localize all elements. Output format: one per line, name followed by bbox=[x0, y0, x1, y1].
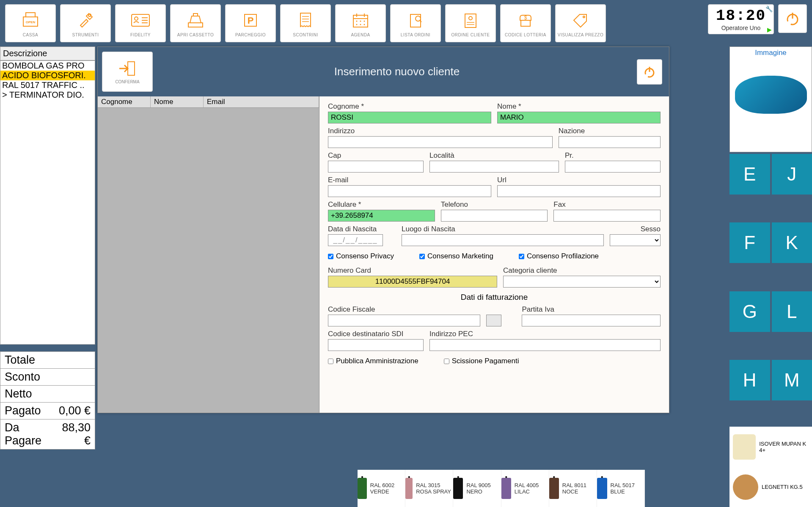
svg-text:P: P bbox=[248, 15, 254, 26]
svg-rect-39 bbox=[128, 62, 135, 75]
scissione-pagamenti-checkbox[interactable]: Scissione Pagamenti bbox=[444, 357, 519, 365]
confirm-exit-icon bbox=[117, 59, 138, 78]
totals-row: Totale bbox=[0, 352, 95, 369]
svg-rect-10 bbox=[193, 14, 198, 16]
parcheggio-button[interactable]: P PARCHEGGIO bbox=[225, 4, 276, 42]
provincia-input[interactable] bbox=[565, 161, 661, 173]
letter-button[interactable]: H bbox=[729, 360, 770, 400]
letter-button[interactable]: K bbox=[772, 222, 812, 263]
localita-input[interactable] bbox=[429, 161, 559, 173]
pubblica-amministrazione-checkbox[interactable]: Pubblica Amministrazione bbox=[328, 357, 418, 365]
nazione-input[interactable] bbox=[559, 136, 661, 148]
svg-point-36 bbox=[583, 16, 585, 18]
list-item[interactable]: ACIDO BIOFOSFORI. bbox=[0, 71, 95, 80]
cellulare-input[interactable] bbox=[328, 210, 435, 222]
totals-row: Netto bbox=[0, 386, 95, 403]
letter-button[interactable]: F bbox=[729, 222, 770, 263]
sesso-select[interactable] bbox=[610, 234, 661, 246]
nome-input[interactable] bbox=[497, 112, 661, 123]
list-item[interactable]: BOMBOLA GAS PRO bbox=[0, 61, 95, 71]
fax-input[interactable] bbox=[553, 210, 661, 222]
product-tile[interactable]: RAL 8011 NOCE bbox=[549, 470, 597, 507]
svg-point-31 bbox=[469, 16, 472, 20]
cassa-icon: OPEN bbox=[20, 10, 41, 31]
description-header: Descrizione bbox=[0, 47, 95, 60]
billing-section-title: Dati di fatturazione bbox=[328, 293, 661, 302]
letter-button[interactable]: M bbox=[772, 360, 812, 400]
modal-client-list[interactable]: Cognome Nome Email bbox=[98, 96, 319, 413]
email-input[interactable] bbox=[328, 185, 491, 197]
numero-card-input[interactable] bbox=[328, 276, 497, 288]
svg-point-3 bbox=[88, 14, 91, 16]
power-button[interactable] bbox=[778, 4, 807, 33]
product-tile[interactable]: RAL 5017 BLUE bbox=[597, 470, 645, 507]
codfisc-lookup-button[interactable] bbox=[486, 315, 501, 326]
confirm-button[interactable]: CONFERMA bbox=[102, 52, 153, 92]
modal-list-header: Cognome Nome Email bbox=[98, 96, 319, 108]
pec-input[interactable] bbox=[429, 339, 661, 351]
cap-input[interactable] bbox=[328, 161, 424, 173]
codice-lotteria-button[interactable]: $ CODICE LOTTERIA bbox=[500, 4, 551, 42]
scontrini-button[interactable]: SCONTRINI bbox=[280, 4, 331, 42]
visualizza-prezzo-button[interactable]: VISUALIZZA PREZZO bbox=[555, 4, 606, 42]
list-item[interactable]: RAL 5017 TRAFFIC .. bbox=[0, 80, 95, 90]
svg-rect-30 bbox=[465, 14, 476, 27]
partita-iva-input[interactable] bbox=[522, 315, 661, 326]
tools-icon bbox=[76, 10, 95, 31]
product-strip: RAL 6002 VERDE RAL 3015 ROSA SPRAY RAL 9… bbox=[358, 470, 645, 507]
svg-rect-34 bbox=[521, 20, 530, 26]
indirizzo-input[interactable] bbox=[328, 136, 553, 148]
clock-box[interactable]: 🔧 ▶ 18:20 Operatore Uno bbox=[708, 4, 774, 34]
categoria-select[interactable] bbox=[503, 276, 661, 288]
product-tile[interactable]: RAL 9005 NERO bbox=[453, 470, 501, 507]
lottery-icon: $ bbox=[517, 10, 534, 31]
url-input[interactable] bbox=[497, 185, 661, 197]
svg-point-21 bbox=[356, 20, 358, 22]
fidelity-button[interactable]: FIDELITY bbox=[115, 4, 166, 42]
product-tile[interactable]: RAL 3015 ROSA SPRAY bbox=[405, 470, 453, 507]
data-nascita-input[interactable] bbox=[328, 234, 383, 246]
ordine-cliente-button[interactable]: ORDINE CLIENTE bbox=[445, 4, 496, 42]
apri-cassetto-button[interactable]: APRI CASSETTO bbox=[170, 4, 221, 42]
register-icon bbox=[186, 10, 205, 31]
totals-panel: Totale Sconto Netto Pagato0,00 € Da Paga… bbox=[0, 351, 95, 449]
description-list[interactable]: BOMBOLA GAS PRO ACIDO BIOFOSFORI. RAL 50… bbox=[0, 60, 95, 345]
modal-header: CONFERMA Inserimento nuovo cliente bbox=[98, 47, 669, 96]
codice-fiscale-input[interactable] bbox=[328, 315, 480, 326]
cassa-button[interactable]: OPEN CASSA bbox=[5, 4, 56, 42]
play-icon[interactable]: ▶ bbox=[767, 26, 772, 33]
consenso-profilazione-checkbox[interactable]: Consenso Profilazione bbox=[519, 252, 599, 260]
letter-button[interactable]: G bbox=[729, 291, 770, 332]
product-image-box: Immagine bbox=[729, 47, 812, 152]
letter-button[interactable]: J bbox=[772, 154, 812, 195]
telefono-input[interactable] bbox=[441, 210, 548, 222]
new-client-modal: CONFERMA Inserimento nuovo cliente Cogno… bbox=[97, 47, 669, 413]
customer-order-icon bbox=[462, 10, 479, 31]
list-item[interactable]: > TERMINATOR DIO. bbox=[0, 90, 95, 100]
side-products: ISOVER MUPAN K 4+ LEGNETTI KG.5 bbox=[729, 427, 812, 507]
modal-form: Cognome * Nome * Indirizzo Nazione Cap L… bbox=[319, 96, 669, 413]
modal-close-button[interactable] bbox=[637, 59, 662, 85]
consenso-marketing-checkbox[interactable]: Consenso Marketing bbox=[419, 252, 493, 260]
price-tag-icon bbox=[571, 10, 590, 31]
agenda-button[interactable]: AGENDA bbox=[335, 4, 386, 42]
svg-point-25 bbox=[360, 24, 361, 25]
lista-ordini-button[interactable]: LISTA ORDINI bbox=[390, 4, 441, 42]
parking-icon: P bbox=[242, 10, 259, 31]
product-tile[interactable]: RAL 6002 VERDE bbox=[358, 470, 405, 507]
cognome-input[interactable] bbox=[328, 112, 491, 123]
letter-button[interactable]: L bbox=[772, 291, 812, 332]
clock-time: 18:20 bbox=[716, 7, 766, 25]
luogo-nascita-input[interactable] bbox=[402, 234, 604, 246]
codice-sdi-input[interactable] bbox=[328, 339, 424, 351]
fidelity-icon bbox=[130, 10, 151, 31]
strumenti-button[interactable]: STRUMENTI bbox=[60, 4, 111, 42]
svg-rect-1 bbox=[26, 13, 35, 17]
side-product-tile[interactable]: LEGNETTI KG.5 bbox=[729, 467, 812, 507]
consenso-privacy-checkbox[interactable]: Consenso Privacy bbox=[328, 252, 394, 260]
settings-wrench-icon[interactable]: 🔧 bbox=[765, 5, 773, 12]
letter-button[interactable]: E bbox=[729, 154, 770, 195]
side-product-tile[interactable]: ISOVER MUPAN K 4+ bbox=[729, 427, 812, 467]
product-tile[interactable]: RAL 4005 LILAC bbox=[501, 470, 549, 507]
top-toolbar: OPEN CASSA STRUMENTI FIDELITY APRI CASSE… bbox=[0, 0, 812, 47]
